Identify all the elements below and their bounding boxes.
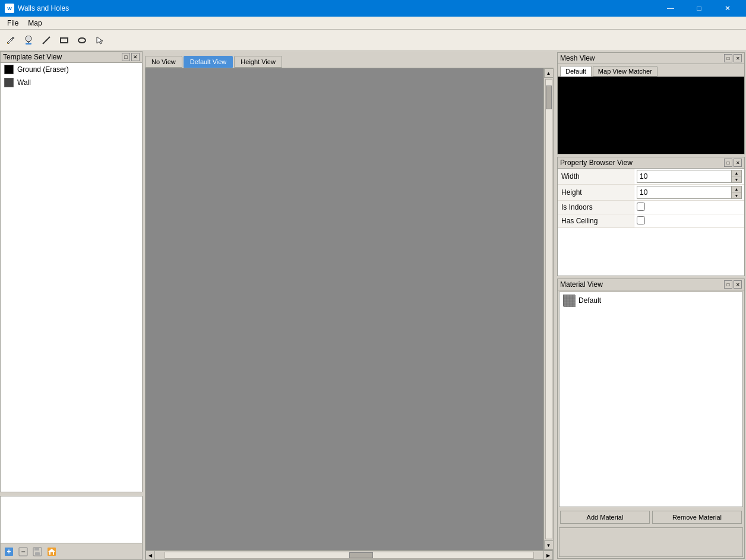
has-ceiling-value (634, 214, 745, 228)
width-down-button[interactable]: ▼ (732, 176, 741, 182)
material-list: Default (559, 292, 743, 507)
add-icon: + (4, 547, 14, 556)
template-label-wall: Wall (17, 78, 31, 87)
template-set-view-header: Template Set View □ ✕ (0, 51, 143, 62)
map-menu[interactable]: Map (23, 18, 46, 29)
has-ceiling-checkbox[interactable] (637, 216, 645, 224)
ellipse-tool-button[interactable] (74, 32, 90, 49)
add-material-button[interactable]: Add Material (560, 511, 650, 524)
material-view-header: Material View □ ✕ (558, 279, 744, 290)
height-spinner[interactable]: ▲ ▼ (637, 186, 742, 199)
template-color-ground (4, 65, 14, 74)
width-input[interactable] (637, 170, 731, 182)
height-view-tab[interactable]: Height View (234, 56, 282, 68)
svg-text:+: + (7, 548, 11, 556)
scrollbar-v-track[interactable] (545, 79, 552, 539)
save-template-button[interactable] (31, 546, 43, 558)
height-row: Height ▲ ▼ (558, 185, 744, 201)
height-up-button[interactable]: ▲ (732, 186, 741, 192)
template-close-button[interactable]: ✕ (131, 53, 140, 61)
pencil-icon (6, 36, 15, 45)
height-down-button[interactable]: ▼ (732, 192, 741, 198)
material-label-default: Default (579, 296, 601, 305)
template-set-list: Ground (Eraser) Wall (0, 62, 143, 492)
prop-close-button[interactable]: ✕ (734, 159, 742, 167)
has-ceiling-row: Has Ceiling (558, 214, 744, 228)
ellipse-icon (77, 36, 87, 45)
close-button[interactable]: ✕ (714, 0, 741, 17)
select-icon (95, 36, 105, 45)
material-view-panel: Material View □ ✕ (557, 279, 745, 559)
mesh-view-title: Mesh View (560, 54, 595, 62)
main-canvas[interactable]: ▲ ▼ (145, 68, 554, 550)
remove-template-button[interactable]: − (17, 546, 29, 558)
has-ceiling-label: Has Ceiling (558, 214, 634, 228)
app-icon: W (5, 4, 14, 13)
svg-line-2 (43, 37, 50, 44)
mesh-tabs: Default Map View Matcher (558, 64, 744, 77)
width-value: ▲ ▼ (634, 169, 745, 185)
is-indoors-checkbox[interactable] (637, 203, 645, 211)
scroll-left-button[interactable]: ◀ (146, 550, 155, 560)
mesh-header-buttons: □ ✕ (724, 54, 742, 62)
template-item-wall[interactable]: Wall (1, 76, 142, 89)
material-view-title: Material View (560, 280, 603, 289)
fill-tool-button[interactable] (20, 32, 37, 49)
preview-canvas-area (0, 496, 143, 543)
maximize-button[interactable]: □ (685, 0, 713, 17)
minimize-button[interactable]: — (657, 0, 684, 17)
template-header-buttons: □ ✕ (122, 53, 140, 61)
home-template-button[interactable] (46, 546, 58, 558)
mesh-default-tab[interactable]: Default (560, 66, 592, 77)
no-view-tab[interactable]: No View (145, 56, 182, 68)
title-bar: W Walls and Holes — □ ✕ (0, 0, 746, 17)
vertical-scrollbar[interactable]: ▲ ▼ (543, 68, 553, 550)
horizontal-scrollbar[interactable]: ◀ ▶ (145, 550, 554, 560)
rect-icon (59, 36, 69, 45)
template-color-wall (4, 78, 14, 87)
scrollbar-h-thumb[interactable] (349, 552, 373, 558)
width-up-button[interactable]: ▲ (732, 170, 741, 176)
right-panel: Mesh View □ ✕ Default Map View Matcher P… (556, 51, 746, 560)
pencil-tool-button[interactable] (2, 32, 19, 49)
scroll-right-button[interactable]: ▶ (543, 550, 553, 560)
height-input[interactable] (637, 186, 731, 198)
line-icon (42, 36, 51, 45)
default-view-tab[interactable]: Default View (184, 56, 233, 68)
template-item-ground[interactable]: Ground (Eraser) (1, 63, 142, 76)
material-maximize-button[interactable]: □ (724, 280, 732, 289)
mesh-maximize-button[interactable]: □ (724, 54, 732, 62)
template-maximize-button[interactable]: □ (122, 53, 130, 61)
is-indoors-value (634, 201, 745, 214)
left-panel: Template Set View □ ✕ Ground (Eraser) Wa… (0, 51, 143, 560)
scroll-up-button[interactable]: ▲ (544, 68, 554, 78)
property-browser-header: Property Browser View □ ✕ (558, 157, 744, 169)
material-item-default[interactable]: Default (560, 292, 742, 309)
height-label: Height (558, 185, 634, 201)
width-spinner[interactable]: ▲ ▼ (637, 170, 742, 183)
add-template-button[interactable]: + (3, 546, 15, 558)
scrollbar-h-track[interactable] (165, 552, 534, 559)
material-action-buttons: Add Material Remove Material (558, 508, 744, 526)
save-icon (33, 547, 42, 556)
prop-header-buttons: □ ✕ (724, 159, 742, 167)
svg-rect-11 (35, 552, 40, 555)
line-tool-button[interactable] (38, 32, 55, 49)
remove-material-button[interactable]: Remove Material (652, 511, 742, 524)
fill-icon (24, 36, 33, 45)
svg-point-0 (26, 36, 31, 42)
mesh-map-view-matcher-tab[interactable]: Map View Matcher (593, 66, 658, 77)
material-close-button[interactable]: ✕ (734, 280, 742, 289)
file-menu[interactable]: File (2, 18, 23, 29)
svg-rect-10 (34, 548, 39, 550)
is-indoors-row: Is Indoors (558, 201, 744, 214)
scroll-down-button[interactable]: ▼ (544, 540, 554, 550)
prop-maximize-button[interactable]: □ (724, 159, 732, 167)
select-tool-button[interactable] (91, 32, 108, 49)
rect-tool-button[interactable] (56, 32, 72, 49)
scrollbar-v-thumb[interactable] (546, 86, 552, 109)
minus-icon: − (18, 547, 28, 556)
property-browser-panel: Property Browser View □ ✕ Width ▲ ▼ (557, 157, 745, 276)
property-empty-space (558, 228, 744, 276)
mesh-close-button[interactable]: ✕ (734, 54, 742, 62)
